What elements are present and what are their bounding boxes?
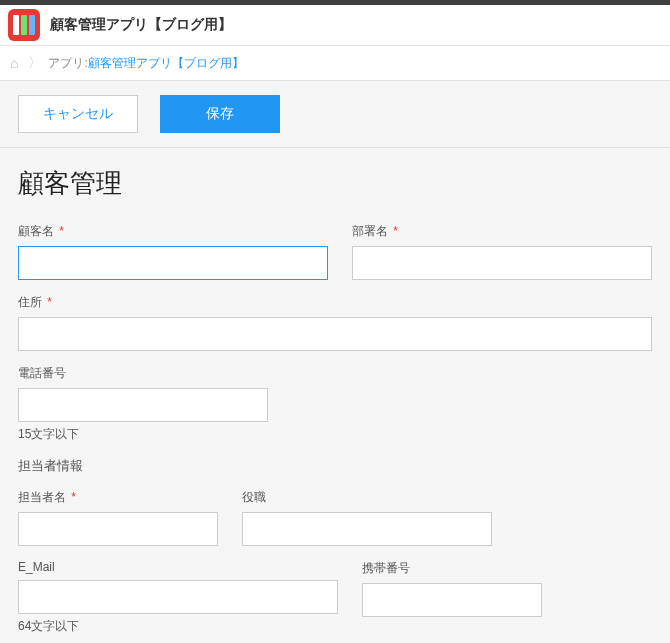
label-email: E_Mail [18,560,338,574]
field-mobile: 携帯番号 [362,560,542,635]
app-header: 顧客管理アプリ【ブログ用】 [0,5,670,46]
label-phone: 電話番号 [18,365,268,382]
page-title: 顧客管理 [18,166,652,201]
input-contact-name[interactable] [18,512,218,546]
field-department: 部署名 * [352,223,652,280]
app-title: 顧客管理アプリ【ブログ用】 [50,16,232,34]
hint-email: 64文字以下 [18,618,338,635]
input-email[interactable] [18,580,338,614]
hint-phone: 15文字以下 [18,426,268,443]
required-mark: * [47,295,52,309]
label-role: 役職 [242,489,492,506]
input-address[interactable] [18,317,652,351]
required-mark: * [393,224,398,238]
label-department: 部署名 * [352,223,652,240]
label-customer-name: 顧客名 * [18,223,328,240]
action-bar: キャンセル 保存 [0,81,670,148]
field-address: 住所 * [18,294,652,351]
breadcrumb-link[interactable]: 顧客管理アプリ【ブログ用】 [88,55,244,72]
field-contact-name: 担当者名 * [18,489,218,546]
input-customer-name[interactable] [18,246,328,280]
label-mobile: 携帯番号 [362,560,542,577]
input-mobile[interactable] [362,583,542,617]
breadcrumb-separator-icon: 〉 [28,54,42,72]
field-customer-name: 顧客名 * [18,223,328,280]
input-role[interactable] [242,512,492,546]
save-button[interactable]: 保存 [160,95,280,133]
required-mark: * [71,490,76,504]
cancel-button[interactable]: キャンセル [18,95,138,133]
field-email: E_Mail 64文字以下 [18,560,338,635]
label-contact-name: 担当者名 * [18,489,218,506]
label-address: 住所 * [18,294,652,311]
section-contact-info: 担当者情報 [18,457,652,475]
field-phone: 電話番号 15文字以下 [18,365,268,443]
form-area: 顧客管理 顧客名 * 部署名 * 住所 * 電話番号 [0,148,670,643]
app-icon [8,9,40,41]
breadcrumb-label: アプリ: [48,55,87,72]
input-phone[interactable] [18,388,268,422]
required-mark: * [59,224,64,238]
field-role: 役職 [242,489,492,546]
breadcrumb: ⌂ 〉 アプリ: 顧客管理アプリ【ブログ用】 [0,46,670,81]
home-icon[interactable]: ⌂ [10,55,18,71]
input-department[interactable] [352,246,652,280]
